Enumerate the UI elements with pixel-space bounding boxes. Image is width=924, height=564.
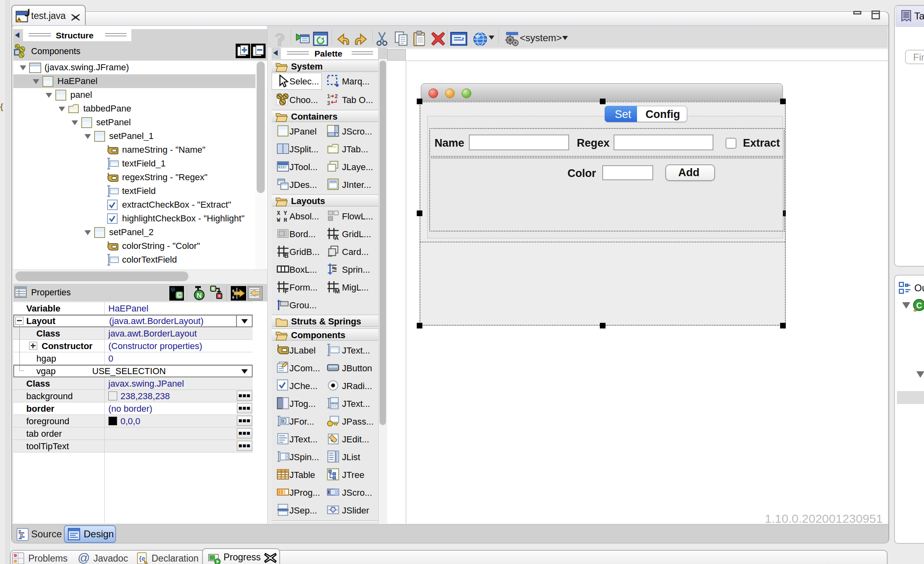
svg-text:N: N — [197, 292, 202, 299]
svg-text:C: C — [916, 301, 922, 310]
svg-text:A: A — [334, 234, 339, 240]
svg-text:C: C — [177, 292, 182, 299]
svg-text:B: B — [284, 252, 289, 258]
